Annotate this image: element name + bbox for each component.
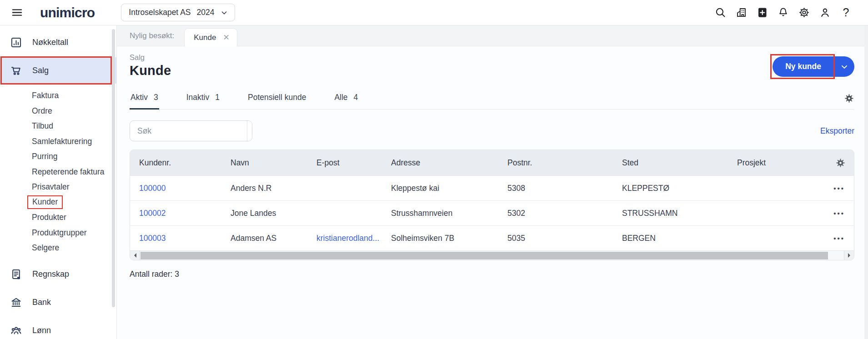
sidebar-item-label: Lønn <box>32 326 51 335</box>
export-link[interactable]: Eksporter <box>820 126 854 136</box>
hamburger-menu-icon[interactable] <box>10 6 24 20</box>
tab-count: 1 <box>215 93 220 102</box>
new-customer-split-button: Ny kunde <box>773 56 854 77</box>
tab-potensiell-kunde[interactable]: Potensiell kunde <box>247 88 307 109</box>
column-header-sted[interactable]: Sted <box>622 158 737 168</box>
cart-icon <box>10 65 22 77</box>
cell-sted: KLEPPESTØ <box>622 184 737 193</box>
new-customer-button[interactable]: Ny kunde <box>773 56 834 77</box>
cell-navn: Anders N.R <box>231 184 316 193</box>
main-content: Nylig besøkt: Kunde ✕ Salg Kunde Ny kund… <box>117 25 868 339</box>
sidebar-item-purring[interactable]: Purring <box>0 149 116 165</box>
bank-icon <box>10 296 22 309</box>
table-row[interactable]: 100002Jone LandesStrusshamnveien5302STRU… <box>130 200 854 225</box>
sidebar-item-kunder[interactable]: Kunder <box>0 195 116 210</box>
sidebar-item-label: Salg <box>32 66 49 75</box>
search-icon[interactable] <box>714 6 727 19</box>
tab-count: 4 <box>354 93 358 102</box>
sidebar-item-prisavtaler[interactable]: Prisavtaler <box>0 179 116 195</box>
add-new-icon[interactable] <box>756 6 769 19</box>
recent-tab-kunde[interactable]: Kunde ✕ <box>184 28 237 46</box>
sidebar-item-salg[interactable]: Salg <box>0 57 116 84</box>
sidebar-item-nokkeltall[interactable]: Nøkkeltall <box>0 29 116 55</box>
cell-postnr: 5308 <box>507 184 622 193</box>
row-menu-icon[interactable]: ••• <box>833 184 854 192</box>
tab-inaktiv[interactable]: Inaktiv1 <box>186 88 221 109</box>
company-year: 2024 <box>196 8 214 17</box>
company-building-icon[interactable] <box>735 6 748 19</box>
column-header-navn[interactable]: Navn <box>231 158 316 168</box>
column-header-prosjekt[interactable]: Prosjekt <box>737 158 825 168</box>
sidebar-subitem-label: Produkter <box>32 213 66 222</box>
cell-sted: BERGEN <box>622 234 737 243</box>
header-icon-group: ? <box>714 6 853 19</box>
sidebar-item-lonn[interactable]: Lønn <box>0 318 116 339</box>
sidebar-scrollbar[interactable] <box>112 29 115 307</box>
row-menu-icon[interactable]: ••• <box>833 234 854 242</box>
table-body: 100000Anders N.RKleppestø kai5308KLEPPES… <box>130 175 854 250</box>
notifications-bell-icon[interactable] <box>777 6 790 19</box>
sidebar-item-ordre[interactable]: Ordre <box>0 104 116 119</box>
sidebar-item-repeterende-faktura[interactable]: Repeterende faktura <box>0 165 116 180</box>
sidebar-item-bank[interactable]: Bank <box>0 289 116 316</box>
recently-visited-label: Nylig besøkt: <box>130 31 174 40</box>
table-row[interactable]: 100000Anders N.RKleppestø kai5308KLEPPES… <box>130 175 854 200</box>
row-menu-icon[interactable]: ••• <box>833 209 854 217</box>
sidebar-item-samlefakturering[interactable]: Samlefakturering <box>0 134 116 150</box>
cell-navn: Adamsen AS <box>231 234 316 243</box>
tab-alle[interactable]: Alle4 <box>333 88 359 109</box>
column-header-postnr-[interactable]: Postnr. <box>507 158 622 168</box>
column-settings-gear-icon[interactable] <box>835 158 854 168</box>
row-count-label: Antall rader: 3 <box>130 269 868 279</box>
sidebar-item-label: Bank <box>32 298 51 307</box>
customer-number-link[interactable]: 100000 <box>139 184 231 193</box>
sidebar-item-produkter[interactable]: Produkter <box>0 210 116 225</box>
tab-label: Alle <box>334 93 347 102</box>
user-profile-icon[interactable] <box>818 6 832 19</box>
sidebar-item-tilbud[interactable]: Tilbud <box>0 119 116 134</box>
settings-gear-icon[interactable] <box>798 6 811 19</box>
sidebar-subitem-label: Purring <box>32 152 57 161</box>
page-scrollbar[interactable] <box>864 25 868 339</box>
email-link[interactable]: kristianerodland... <box>316 234 391 243</box>
cell-adresse: Strusshamnveien <box>391 209 507 218</box>
recent-tab-label: Kunde <box>194 33 216 42</box>
sidebar-nav: Nøkkeltall SalgFakturaOrdreTilbudSamlefa… <box>0 29 116 339</box>
search-input[interactable] <box>130 121 247 141</box>
horizontal-scrollbar-thumb[interactable] <box>140 252 828 259</box>
help-icon[interactable]: ? <box>839 6 853 19</box>
sidebar-item-faktura[interactable]: Faktura <box>0 88 116 104</box>
sidebar-item-selgere[interactable]: Selgere <box>0 240 116 256</box>
ledger-icon <box>10 268 22 280</box>
column-header-adresse[interactable]: Adresse <box>391 158 507 168</box>
table-header-row: Kundenr.NavnE-postAdressePostnr.StedPros… <box>130 150 854 175</box>
cell-adresse: Kleppestø kai <box>391 184 507 193</box>
page-title: Kunde <box>130 63 171 78</box>
customer-number-link[interactable]: 100003 <box>139 234 231 243</box>
table-row[interactable]: 100003Adamsen ASkristianerodland...Solhe… <box>130 225 854 250</box>
customer-number-link[interactable]: 100002 <box>139 209 231 218</box>
close-icon[interactable]: ✕ <box>223 33 229 42</box>
sidebar-subitem-label: Faktura <box>32 91 59 100</box>
tab-aktiv[interactable]: Aktiv3 <box>130 88 159 109</box>
sidebar-item-produktgrupper[interactable]: Produktgrupper <box>0 225 116 241</box>
bar-chart-icon <box>10 36 22 49</box>
sidebar-subitem-label: Repeterende faktura <box>32 167 105 177</box>
table-toolbar: Eksporter <box>130 120 854 141</box>
view-settings-gear-icon[interactable] <box>844 93 854 109</box>
scroll-left-icon[interactable] <box>130 251 140 260</box>
filter-icon[interactable] <box>247 121 252 141</box>
new-customer-dropdown-button[interactable] <box>834 56 854 77</box>
sidebar-subitem-label: Prisavtaler <box>32 182 70 192</box>
scroll-right-icon[interactable] <box>844 251 854 260</box>
tab-label: Potensiell kunde <box>248 93 306 102</box>
top-bar: unimicro Introselskapet AS 2024 <box>0 0 868 25</box>
sidebar-item-regnskap[interactable]: Regnskap <box>0 261 116 288</box>
cell-postnr: 5302 <box>507 209 622 218</box>
column-header-e-post[interactable]: E-post <box>316 158 391 168</box>
column-header-kundenr-[interactable]: Kundenr. <box>139 158 231 168</box>
breadcrumb: Salg <box>130 53 171 62</box>
chevron-down-icon <box>220 9 228 17</box>
company-selector[interactable]: Introselskapet AS 2024 <box>121 4 235 21</box>
sidebar-item-label: Regnskap <box>32 269 69 279</box>
